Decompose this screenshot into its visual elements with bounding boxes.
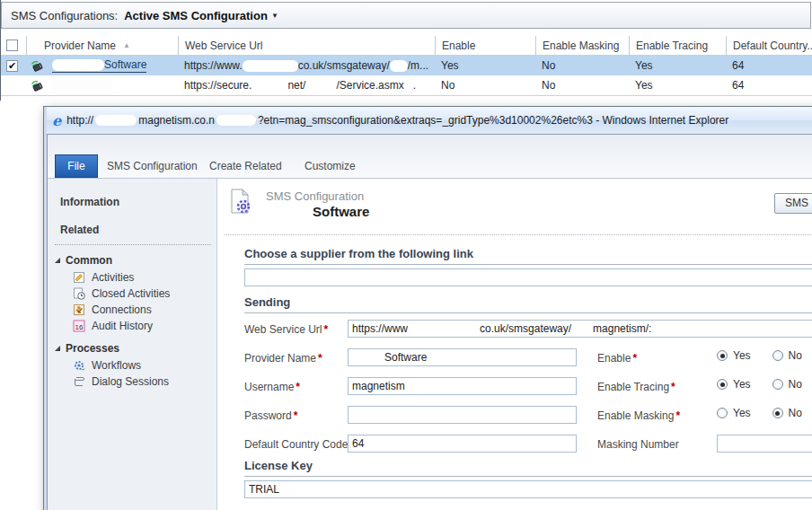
enable-masking-no-radio[interactable]	[772, 408, 783, 418]
masking-number-input[interactable]	[717, 435, 812, 453]
enable-masking-value: No	[535, 56, 629, 75]
required-asterisk: *	[323, 323, 328, 336]
url-text: co.uk/smsgateway/	[298, 59, 390, 72]
provider-name-label: Provider Name*	[244, 352, 322, 365]
tab-file[interactable]: File	[55, 154, 98, 178]
dialog-sessions-icon	[73, 375, 85, 388]
default-country-code-input[interactable]	[348, 435, 577, 453]
supplier-link-input[interactable]	[244, 268, 812, 286]
default-country-code-label: Default Country Code*	[244, 438, 354, 451]
web-service-url-cell: https://www. co.uk/smsgateway/ /m...	[178, 56, 435, 75]
enable-radio-group: Yes No	[717, 349, 802, 362]
internet-explorer-icon: e	[52, 112, 61, 129]
divider	[55, 244, 211, 245]
redaction-patch	[243, 60, 298, 72]
sms-provider-icon	[30, 58, 44, 73]
license-key-input[interactable]	[244, 480, 812, 498]
username-label: Username*	[244, 381, 300, 393]
sidebar-group-processes[interactable]: Processes	[55, 342, 119, 355]
redaction-patch	[408, 323, 480, 335]
web-service-url-cell: https://secure. net/ /Service.asmx .	[178, 75, 435, 95]
enable-value: No	[435, 75, 535, 95]
column-default-country[interactable]: Default Country...	[726, 36, 812, 55]
enable-tracing-no-radio[interactable]	[772, 379, 783, 390]
redaction-patch	[216, 115, 256, 126]
sidebar-item-workflows[interactable]: Workflows	[73, 358, 141, 373]
url-text: .	[413, 79, 416, 92]
provider-name-input[interactable]: Software	[348, 348, 577, 366]
web-service-url-input[interactable]: https://www co.uk/smsgateway/ magnetism/…	[348, 320, 812, 338]
sidebar: Information Related Common Activities Cl…	[48, 179, 217, 510]
required-asterisk: *	[671, 381, 675, 393]
redaction-patch	[352, 352, 384, 364]
table-row[interactable]: https://secure. net/ /Service.asmx . No …	[1, 75, 812, 96]
column-enable[interactable]: Enable	[435, 36, 535, 55]
column-web-service-url[interactable]: Web Service Url	[178, 36, 435, 55]
sidebar-item-dialog-sessions[interactable]: Dialog Sessions	[73, 374, 169, 389]
dropdown-caret-icon: ▾	[273, 11, 278, 20]
sidebar-group-common[interactable]: Common	[55, 254, 112, 267]
sort-ascending-icon: ▲	[123, 41, 130, 49]
enable-masking-yes-radio[interactable]	[717, 408, 728, 418]
record-name: Software	[266, 204, 369, 219]
audit-history-icon: 16	[73, 320, 85, 332]
view-selector[interactable]: Active SMS Configuration ▾	[124, 9, 277, 22]
sidebar-item-audit-history[interactable]: 16 Audit History	[73, 319, 153, 333]
enable-tracing-radio-group: Yes No	[717, 378, 802, 391]
enable-tracing-yes-radio[interactable]	[717, 379, 728, 390]
column-provider-name[interactable]: Provider Name ▲	[26, 36, 178, 55]
tab-create-related[interactable]: Create Related	[209, 154, 282, 178]
expanded-icon	[55, 258, 60, 263]
tab-sms-configuration[interactable]: SMS Configuration	[107, 154, 198, 178]
column-enable-masking[interactable]: Enable Masking	[535, 36, 629, 55]
select-all-checkbox[interactable]	[6, 40, 18, 51]
enable-no-radio[interactable]	[772, 350, 783, 361]
dialog-title: http:// magnetism.co.n ?etn=mag_smsconfi…	[66, 114, 812, 127]
enable-yes-radio[interactable]	[717, 350, 728, 361]
entity-type-label: SMS Configuration	[266, 189, 364, 203]
sms-provider-icon	[30, 78, 44, 92]
url-text: net/	[287, 79, 305, 92]
sms-nav-box[interactable]: SMS	[774, 193, 812, 214]
tab-customize[interactable]: Customize	[304, 154, 356, 178]
list-titlebar: SMS Configurations: Active SMS Configura…	[1, 2, 811, 29]
sidebar-item-closed-activities[interactable]: Closed Activities	[73, 286, 170, 301]
column-enable-tracing[interactable]: Enable Tracing	[629, 36, 726, 55]
redaction-patch	[266, 206, 311, 217]
provider-name-link[interactable]: Software	[52, 58, 146, 73]
web-service-url-label: Web Service Url*	[244, 323, 328, 336]
sidebar-item-activities[interactable]: Activities	[73, 270, 134, 285]
enable-tracing-value: Yes	[629, 56, 726, 75]
form-pane: SMS Configuration Software SMS Choose a …	[217, 179, 812, 510]
connections-icon	[73, 303, 85, 316]
redaction-patch	[95, 115, 137, 126]
enable-tracing-label: Enable Tracing*	[597, 381, 675, 393]
url-text: /Service.asmx	[336, 79, 403, 92]
required-asterisk: *	[675, 409, 680, 422]
password-label: Password*	[244, 409, 297, 422]
dialog-content: File SMS Configuration Create Related Cu…	[47, 134, 812, 510]
grid-header: Provider Name ▲ Web Service Url Enable E…	[1, 36, 812, 56]
license-section-heading: License Key	[244, 459, 812, 477]
supplier-section-heading: Choose a supplier from the following lin…	[244, 247, 812, 265]
table-row[interactable]: ✔ Software https://www. co.uk/smsgateway…	[1, 56, 812, 75]
closed-activities-icon	[73, 287, 85, 300]
enable-masking-label: Enable Masking*	[597, 409, 680, 422]
activities-icon	[73, 271, 85, 284]
password-input[interactable]	[348, 406, 577, 424]
enable-masking-radio-group: Yes No	[717, 407, 802, 419]
url-text: https://secure.	[184, 79, 252, 92]
checkmark-icon: ✔	[8, 61, 16, 71]
redaction-patch	[404, 80, 413, 92]
required-asterisk: *	[318, 352, 322, 365]
row-checkbox[interactable]: ✔	[6, 60, 18, 72]
sidebar-item-information[interactable]: Information	[60, 196, 119, 208]
entity-icon	[226, 188, 253, 218]
sms-configurations-grid: SMS Configurations: Active SMS Configura…	[0, 0, 812, 101]
sidebar-item-connections[interactable]: Connections	[73, 303, 152, 317]
redaction-patch	[52, 59, 104, 71]
required-asterisk: *	[294, 409, 298, 422]
redaction-patch	[305, 80, 336, 92]
dialog-titlebar[interactable]: e http:// magnetism.co.n ?etn=mag_smscon…	[47, 107, 812, 134]
username-input[interactable]	[348, 377, 577, 395]
